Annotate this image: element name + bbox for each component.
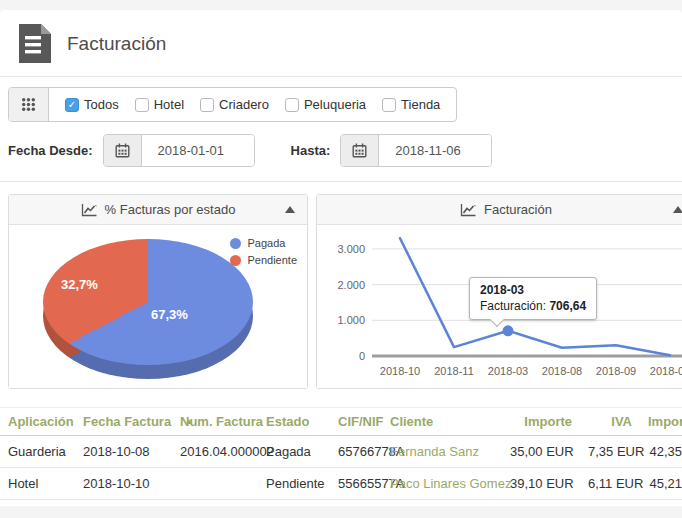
cell-estado: Pagada bbox=[258, 500, 330, 507]
svg-text:2018-09: 2018-09 bbox=[596, 365, 636, 377]
line-panel: Facturación 0 1.000 2.000 3.000 bbox=[316, 194, 682, 389]
cell-estado: Pagada bbox=[258, 436, 330, 468]
category-filter-section: ✓ Todos Hotel Criadero Peluqueria bbox=[0, 77, 682, 122]
col-header-iva[interactable]: IVA bbox=[580, 408, 640, 436]
page-title: Facturación bbox=[67, 33, 166, 55]
cell-num bbox=[172, 500, 258, 507]
svg-text:2018-03: 2018-03 bbox=[488, 365, 528, 377]
svg-text:2018-11: 2018-11 bbox=[434, 365, 474, 377]
date-to-input[interactable] bbox=[379, 135, 491, 166]
legend-item-pendiente[interactable]: Pendiente bbox=[230, 254, 297, 266]
tooltip-value-line: Facturación: 706,64 bbox=[480, 299, 586, 313]
chart-line-icon bbox=[81, 203, 97, 217]
date-from-label: Fecha Desde: bbox=[8, 143, 93, 158]
svg-text:2018-10: 2018-10 bbox=[380, 365, 420, 377]
checkbox-criadero[interactable]: Criadero bbox=[200, 97, 269, 112]
cell-aplicacion: Hotel bbox=[0, 468, 75, 500]
checkbox-box-peluqueria[interactable] bbox=[285, 98, 299, 112]
checkbox-hotel[interactable]: Hotel bbox=[135, 97, 184, 112]
table-row[interactable]: Guarderia 2018-10-08 2016.04.000002 Paga… bbox=[0, 436, 682, 468]
table-header-row: Aplicación Fecha Factura▲ Num. Factura E… bbox=[0, 408, 682, 436]
col-header-aplicacion[interactable]: Aplicación bbox=[0, 408, 75, 436]
checkbox-todos[interactable]: ✓ Todos bbox=[65, 97, 119, 112]
legend-item-pagada[interactable]: Pagada bbox=[230, 237, 297, 249]
checkbox-box-todos[interactable]: ✓ bbox=[65, 98, 79, 112]
checkbox-box-hotel[interactable] bbox=[135, 98, 149, 112]
cell-num: 2016.04.000002 bbox=[172, 436, 258, 468]
svg-text:1.000: 1.000 bbox=[337, 314, 365, 326]
grid-toggle-button[interactable] bbox=[9, 88, 49, 121]
chart-line-icon bbox=[460, 203, 476, 217]
cell-iva: 14,60 EUR bbox=[580, 500, 640, 507]
date-from-input[interactable] bbox=[142, 135, 254, 166]
col-header-cliente[interactable]: Cliente bbox=[382, 408, 502, 436]
highlighted-data-point[interactable] bbox=[503, 325, 514, 336]
category-filter-box: ✓ Todos Hotel Criadero Peluqueria bbox=[8, 87, 457, 122]
cell-fecha: 2018-10-10 bbox=[75, 500, 172, 507]
legend-dot bbox=[230, 255, 241, 266]
pie-panel-title: % Facturas por estado bbox=[105, 202, 236, 217]
checkbox-peluqueria[interactable]: Peluqueria bbox=[285, 97, 366, 112]
cell-fecha: 2018-10-08 bbox=[75, 436, 172, 468]
invoices-table: Aplicación Fecha Factura▲ Num. Factura E… bbox=[0, 407, 682, 506]
cell-num bbox=[172, 468, 258, 500]
charts-row: % Facturas por estado 67,3% 32,7% Pagada bbox=[0, 182, 682, 389]
checkbox-label: Criadero bbox=[219, 97, 269, 112]
pie-chart[interactable]: 67,3% 32,7% bbox=[43, 239, 253, 365]
cell-cif bbox=[330, 500, 382, 507]
col-header-num-factura[interactable]: Num. Factura bbox=[172, 408, 258, 436]
col-header-importe-total[interactable]: Importe bbox=[640, 408, 682, 436]
svg-text:3.000: 3.000 bbox=[337, 243, 365, 255]
checkbox-label: Peluqueria bbox=[304, 97, 366, 112]
cell-cliente-link[interactable]: Paco Linares Gomez bbox=[382, 468, 502, 500]
y-axis-ticks: 0 1.000 2.000 3.000 bbox=[337, 243, 365, 362]
cell-cif: 55665577A bbox=[330, 468, 382, 500]
cell-iva: 7,35 EUR bbox=[580, 436, 640, 468]
chart-tooltip: 2018-03 Facturación: 706,64 bbox=[469, 277, 597, 320]
legend-dot bbox=[230, 238, 241, 249]
main-content-card: Facturación ✓ Todos bbox=[0, 10, 682, 506]
legend-label: Pendiente bbox=[247, 254, 297, 266]
date-to-label: Hasta: bbox=[291, 143, 331, 158]
cell-cliente-link[interactable]: Mario Romero Casar bbox=[382, 500, 502, 507]
pie-top bbox=[43, 239, 253, 365]
cell-importe-total: 42,35 bbox=[640, 436, 682, 468]
checkbox-box-criadero[interactable] bbox=[200, 98, 214, 112]
collapse-caret-icon[interactable] bbox=[673, 206, 682, 213]
date-to-calendar-button[interactable] bbox=[341, 135, 379, 166]
cell-cliente-link[interactable]: Fernanda Sanz bbox=[382, 436, 502, 468]
col-header-estado[interactable]: Estado bbox=[258, 408, 330, 436]
pie-slice-label-pendiente: 32,7% bbox=[61, 277, 98, 292]
pie-panel-header[interactable]: % Facturas por estado bbox=[9, 195, 307, 225]
pie-chart-body: 67,3% 32,7% Pagada Pendiente bbox=[9, 225, 307, 388]
col-header-cif-nif[interactable]: CIF/NIF bbox=[330, 408, 382, 436]
x-axis-ticks: 2018-10 2018-11 2018-03 2018-08 2018-09 … bbox=[380, 365, 682, 377]
date-from-calendar-button[interactable] bbox=[104, 135, 142, 166]
collapse-caret-icon[interactable] bbox=[285, 206, 295, 213]
cell-importe: 80,00 EUR bbox=[502, 500, 580, 507]
checkbox-label: Todos bbox=[84, 97, 119, 112]
calendar-icon bbox=[352, 143, 367, 158]
col-header-fecha-factura[interactable]: Fecha Factura▲ bbox=[75, 408, 172, 436]
pie-legend: Pagada Pendiente bbox=[230, 237, 297, 266]
checkbox-label: Hotel bbox=[154, 97, 184, 112]
tooltip-title: 2018-03 bbox=[480, 283, 586, 297]
col-header-importe[interactable]: Importe bbox=[502, 408, 580, 436]
table-row[interactable]: Guarderia 2018-10-10 Pagada Mario Romero… bbox=[0, 500, 682, 507]
pie-slice-label-pagada: 67,3% bbox=[151, 307, 188, 322]
checkbox-box-tienda[interactable] bbox=[382, 98, 396, 112]
line-panel-title: Facturación bbox=[484, 202, 552, 217]
date-to-group bbox=[340, 134, 492, 167]
line-chart-body: 0 1.000 2.000 3.000 2018-10 2018-11 2018… bbox=[317, 225, 682, 388]
cell-importe-total: 94,60 bbox=[640, 500, 682, 507]
table-row[interactable]: Hotel 2018-10-10 Pendiente 55665577A Pac… bbox=[0, 468, 682, 500]
checkbox-tienda[interactable]: Tienda bbox=[382, 97, 440, 112]
date-from-group bbox=[103, 134, 255, 167]
cell-aplicacion: Guarderia bbox=[0, 500, 75, 507]
line-panel-header[interactable]: Facturación bbox=[317, 195, 682, 225]
cell-cif: 65766778A bbox=[330, 436, 382, 468]
svg-text:2018-08: 2018-08 bbox=[542, 365, 582, 377]
date-filter-section: Fecha Desde: Hasta: bbox=[0, 122, 682, 182]
invoice-document-icon bbox=[18, 24, 51, 63]
cell-importe-total: 45,21 bbox=[640, 468, 682, 500]
